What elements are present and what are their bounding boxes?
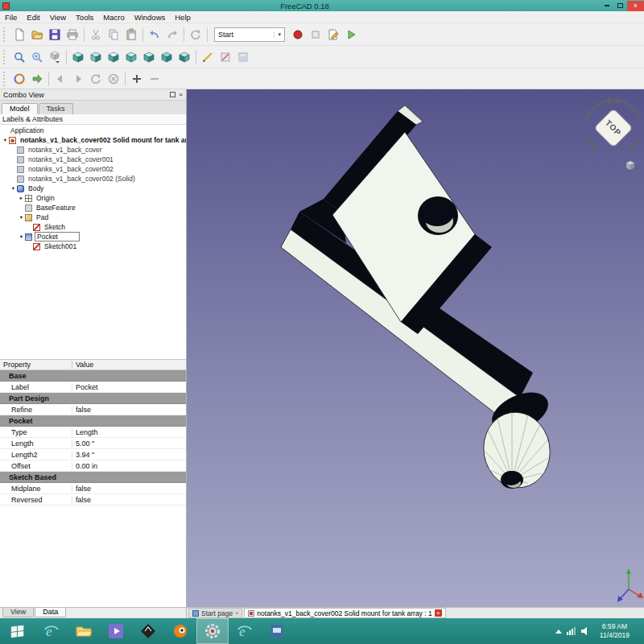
view-bottom-button[interactable] [158,48,175,66]
taskbar-app-system[interactable] [261,618,293,644]
paste-button[interactable] [122,26,140,43]
toggle-clipping-button[interactable] [234,48,252,66]
minimize-button[interactable] [600,1,613,11]
toolbar-grip[interactable] [3,27,7,42]
property-row-offset[interactable]: Offset0.00 in [0,460,186,472]
fit-all-button[interactable] [10,48,28,66]
nav-refresh-button[interactable] [87,70,105,88]
property-group-sketchbased[interactable]: Sketch Based [0,472,186,483]
tree-item-mesh[interactable]: notanks_v1_back_cover002 [0,164,186,174]
menu-windows[interactable]: Windows [130,12,171,23]
property-row-label[interactable]: LabelPocket [0,382,186,393]
property-group-base[interactable]: Base [0,370,186,382]
tab-tasks[interactable]: Tasks [39,103,73,114]
cut-button[interactable] [87,26,105,43]
taskbar-app-internet-explorer[interactable]: e [35,618,68,644]
tree-item-mesh[interactable]: notanks_v1_back_cover001 [0,155,186,164]
menu-file[interactable]: File [0,12,22,23]
zoom-out-button[interactable] [146,70,163,88]
save-document-button[interactable] [46,26,64,43]
volume-icon[interactable] [581,627,591,635]
tab-model[interactable]: Model [2,103,38,114]
nav-stop-button[interactable] [105,70,122,88]
measure-distance-button[interactable] [199,48,217,66]
taskbar-clock[interactable]: 6:59 AM 11/4/2019 [596,622,634,640]
property-row-refine[interactable]: Refinefalse [0,404,186,415]
float-panel-icon[interactable] [170,92,175,97]
record-macro-button[interactable] [289,26,307,43]
stop-macro-button[interactable] [307,26,324,43]
expand-caret-icon[interactable]: ▾ [2,137,9,143]
web-forward-button[interactable] [28,70,46,88]
3d-viewport[interactable]: TOP [187,89,644,607]
toolbar-grip[interactable] [3,72,7,86]
undo-button[interactable] [146,26,163,43]
view-left-button[interactable] [175,48,193,66]
view-axonometric-button[interactable] [69,48,87,66]
print-button[interactable] [64,26,81,43]
nav-forward-button[interactable] [69,70,87,88]
property-row-reversed[interactable]: Reversedfalse [0,494,186,506]
view-front-button[interactable] [87,48,105,66]
expand-caret-icon[interactable]: ▾ [18,233,25,240]
redo-button[interactable] [163,26,181,43]
fit-selection-button[interactable] [28,48,46,66]
menu-macro[interactable]: Macro [98,12,129,23]
network-icon[interactable] [567,627,576,635]
property-group-partdesign[interactable]: Part Design [0,393,186,404]
close-button[interactable]: × [627,1,644,11]
tree-root-application[interactable]: Application [0,126,186,135]
clear-measurement-button[interactable] [217,48,234,66]
tree-item-mesh[interactable]: notanks_v1_back_cover [0,145,186,155]
property-row-midplane[interactable]: Midplanefalse [0,483,186,494]
web-back-button[interactable] [10,70,28,88]
open-document-button[interactable] [28,26,46,43]
menu-help[interactable]: Help [170,12,196,23]
close-panel-icon[interactable]: × [179,92,183,98]
tree-item-basefeature[interactable]: BaseFeature [0,203,186,213]
tree-item-pocket[interactable]: ▾ Pocket [0,232,186,242]
taskbar-app-blender[interactable] [164,618,196,644]
tree-item-body[interactable]: ▾ Body [0,184,186,193]
tray-expand-icon[interactable] [555,630,562,634]
view-right-button[interactable] [122,48,140,66]
new-document-button[interactable] [10,26,28,43]
tree-item-pad[interactable]: ▾ Pad [0,213,186,222]
menu-view[interactable]: View [45,12,71,23]
tree-item-origin[interactable]: ▸ Origin [0,193,186,203]
taskbar-app-media[interactable] [100,618,132,644]
collapse-caret-icon[interactable]: ▸ [18,195,25,201]
tree-item-mesh[interactable]: notanks_v1_back_cover002 (Solid) [0,174,186,184]
nav-back-button[interactable] [52,70,69,88]
refresh-button[interactable] [187,26,204,43]
toolbar-grip[interactable] [3,50,7,64]
maximize-button[interactable] [613,1,627,11]
view-top-button[interactable] [105,48,122,66]
tab-view[interactable]: View [2,608,34,617]
macro-editor-button[interactable] [324,26,342,43]
expand-caret-icon[interactable]: ▾ [18,214,25,221]
property-row-length2[interactable]: Length23.94 " [0,449,186,460]
zoom-in-button[interactable] [128,70,146,88]
menu-tools[interactable]: Tools [71,12,98,23]
tab-document[interactable]: notanks_v1_back_cover002 Solid mount for… [244,608,445,618]
view-rear-button[interactable] [140,48,158,66]
expand-caret-icon[interactable]: ▾ [10,185,17,192]
tree-item-document[interactable]: ▾ notanks_v1_back_cover002 Solid mount f… [0,135,186,145]
execute-macro-button[interactable] [342,26,360,43]
tab-start-page[interactable]: Start page × [188,608,242,618]
tree-item-sketch[interactable]: Sketch [0,222,186,232]
taskbar-app-inkscape[interactable] [132,618,164,644]
draw-style-button[interactable] [46,48,64,66]
property-row-type[interactable]: TypeLength [0,427,186,438]
menu-edit[interactable]: Edit [22,12,44,23]
property-row-length[interactable]: Length5.00 " [0,438,186,449]
property-group-pocket[interactable]: Pocket [0,415,186,427]
tree-item-sketch001[interactable]: Sketch001 [0,242,186,251]
taskbar-app-freecad[interactable] [196,618,229,644]
close-tab-icon[interactable]: × [435,609,442,617]
taskbar-app-internet-explorer-2[interactable]: e [229,618,261,644]
taskbar-app-file-explorer[interactable] [68,618,100,644]
copy-button[interactable] [105,26,122,43]
close-tab-icon[interactable]: × [235,610,238,616]
